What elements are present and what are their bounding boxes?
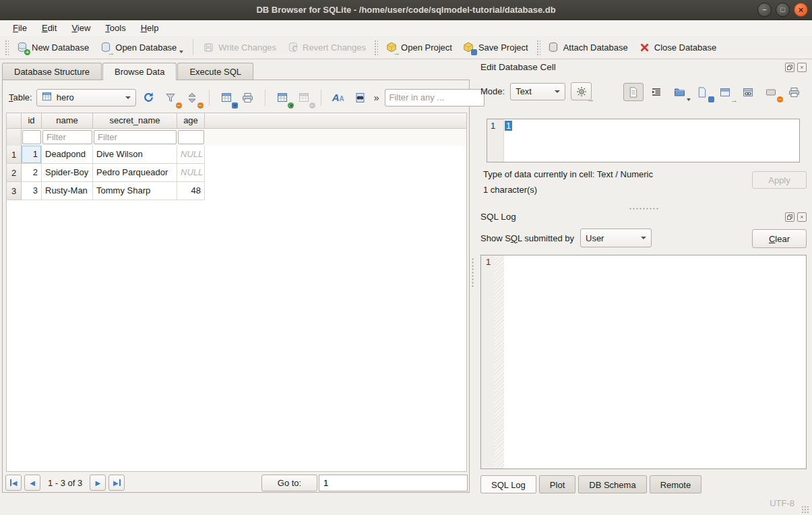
window-controls: – □ × (757, 3, 808, 17)
insert-record-button[interactable]: + (274, 89, 291, 107)
cell-secret-name[interactable]: Tommy Sharp (93, 182, 177, 200)
copy-link-button[interactable] (738, 83, 758, 101)
dock-float-button[interactable] (785, 63, 794, 72)
nav-prev-icon: ◀ (30, 479, 35, 487)
toolbar-grip[interactable] (373, 39, 378, 55)
clear-filters-button[interactable]: − (162, 89, 179, 107)
auto-mode-button[interactable]: → (571, 82, 592, 100)
column-header-age[interactable]: age (177, 113, 205, 129)
filter-input-name[interactable] (42, 130, 92, 144)
cell-secret-name[interactable]: Pedro Parqueador (93, 164, 177, 182)
sql-log-editor[interactable]: 1 (480, 255, 807, 469)
row-header[interactable]: 1 (7, 146, 22, 164)
column-header-name[interactable]: name (42, 113, 93, 129)
save-project-button[interactable]: Save Project (458, 38, 534, 57)
open-project-button[interactable]: → Open Project (380, 38, 458, 57)
cell-secret-name[interactable]: Dive Wilson (93, 146, 177, 164)
text-document-button[interactable] (623, 83, 644, 101)
close-button[interactable]: × (794, 3, 808, 17)
toolbar-grip[interactable] (4, 39, 9, 55)
print-button[interactable] (239, 89, 257, 107)
dock-close-button[interactable]: × (797, 63, 807, 72)
table-select[interactable]: hero (36, 89, 136, 107)
close-database-button[interactable]: Close Database (633, 38, 722, 57)
mode-select[interactable]: Text (510, 83, 565, 100)
word-wrap-button[interactable] (646, 83, 666, 101)
filter-input-age[interactable] (178, 130, 204, 144)
find-in-table-button[interactable] (351, 89, 369, 107)
dock-close-button[interactable]: × (797, 212, 807, 222)
menu-help[interactable]: Help (133, 20, 166, 36)
next-record-button[interactable]: ▶ (90, 475, 106, 491)
filter-icon (165, 92, 176, 103)
binoculars-icon (354, 92, 365, 103)
toolbar-overflow-button[interactable]: » (374, 92, 379, 103)
cell-age[interactable]: NULL (177, 146, 205, 164)
record-range-label: 1 - 3 of 3 (48, 478, 82, 488)
menu-edit[interactable]: Edit (34, 20, 64, 36)
resize-grip[interactable] (801, 506, 810, 514)
open-database-dropdown-icon[interactable] (179, 51, 183, 53)
cell-name[interactable]: Rusty-Man (42, 182, 93, 200)
cell-id[interactable]: 1 (22, 146, 42, 164)
row-header[interactable]: 3 (7, 182, 22, 200)
refresh-button[interactable] (140, 89, 158, 107)
row-header[interactable]: 2 (7, 164, 22, 182)
menu-file[interactable]: File (5, 20, 34, 36)
goto-button[interactable]: Go to: (261, 475, 317, 491)
first-record-button[interactable]: ◀ (5, 475, 22, 491)
attach-database-button[interactable]: Attach Database (542, 38, 633, 57)
filter-input-secret-name[interactable] (94, 130, 177, 144)
print-cell-button[interactable] (784, 83, 804, 101)
save-results-button[interactable] (218, 89, 235, 107)
clear-log-button[interactable]: Clear (752, 229, 807, 248)
panel-splitter-handle[interactable] (471, 258, 474, 289)
cell-age[interactable]: 48 (177, 182, 205, 200)
menu-view[interactable]: View (64, 20, 98, 36)
tab-browse-data[interactable]: Browse Data (102, 63, 177, 80)
cell-name[interactable]: Deadpond (42, 146, 93, 164)
filter-any-input[interactable] (385, 89, 485, 107)
column-header-secret-name[interactable]: secret_name (93, 113, 177, 129)
last-record-button[interactable]: ▶ (108, 475, 125, 491)
cell-editor[interactable]: 1 1 (487, 119, 800, 162)
set-null-button[interactable]: − (761, 83, 781, 101)
edit-cell-title: Edit Database Cell (480, 62, 556, 72)
window-icon (720, 88, 730, 97)
dock-splitter-handle[interactable] (629, 207, 660, 211)
clear-sort-button[interactable]: − (183, 89, 201, 107)
apply-button: Apply (752, 171, 807, 189)
dock-float-button[interactable] (785, 212, 794, 222)
cell-name[interactable]: Spider-Boy (42, 164, 93, 182)
tab-sql-log[interactable]: SQL Log (480, 475, 536, 493)
goto-input[interactable] (319, 475, 468, 491)
new-database-button[interactable]: + New Database (11, 38, 94, 57)
previous-record-button[interactable]: ◀ (24, 475, 40, 491)
open-database-button[interactable]: → Open Database (94, 38, 189, 57)
maximize-button[interactable]: □ (776, 3, 790, 17)
column-header-id[interactable]: id (22, 113, 42, 129)
db-browser-window: DB Browser for SQLite - /home/user/code/… (0, 0, 812, 515)
tab-database-structure[interactable]: Database Structure (2, 63, 102, 80)
filter-input-id[interactable] (22, 130, 41, 144)
cell-id[interactable]: 2 (22, 164, 42, 182)
export-cell-button[interactable] (692, 83, 712, 101)
import-cell-button[interactable] (669, 83, 689, 101)
table-add-icon (277, 92, 288, 103)
edit-cell-dock-buttons: × (785, 63, 807, 72)
cell-id[interactable]: 3 (22, 182, 42, 200)
tab-plot[interactable]: Plot (539, 475, 575, 493)
minimize-button[interactable]: – (757, 3, 772, 17)
menu-tools[interactable]: Tools (98, 20, 133, 36)
browse-data-panel: Table: hero − − (2, 80, 470, 493)
sql-log-source-select[interactable]: User (580, 229, 652, 247)
toolbar-grip[interactable] (536, 39, 540, 55)
tab-execute-sql[interactable]: Execute SQL (177, 63, 253, 80)
open-external-button[interactable]: → (715, 83, 735, 101)
float-icon (787, 216, 791, 220)
data-grid: id name secret_name age 1 1 Deadpond Div… (6, 113, 467, 472)
display-format-button[interactable]: A A (330, 89, 347, 107)
tab-remote[interactable]: Remote (650, 475, 702, 493)
cell-age[interactable]: NULL (177, 164, 205, 182)
tab-db-schema[interactable]: DB Schema (578, 475, 646, 493)
